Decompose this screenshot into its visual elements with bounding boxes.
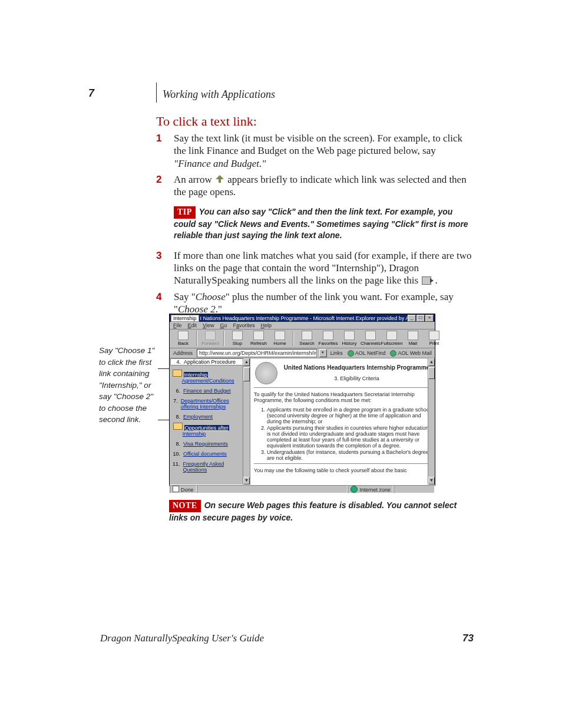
sidebar-header-text: Application Procedure	[184, 359, 236, 365]
toolbar-channels-button[interactable]: Channels	[362, 331, 379, 346]
toolbar-fullscreen-button[interactable]: Fullscreen	[383, 331, 401, 346]
sidebar-item-number: 6.	[172, 388, 180, 394]
scroll-down-button[interactable]: ▼	[243, 477, 250, 485]
list-item: Applicants pursuing their studies in cou…	[267, 425, 431, 449]
sidebar-item[interactable]: 8. Visa Requirements	[172, 439, 247, 449]
sidebar-link[interactable]: Internship	[183, 431, 206, 437]
title-bar: Internship I Nations Headquarters Intern…	[170, 314, 435, 322]
toolbar-home-button[interactable]: Home	[271, 331, 289, 346]
toolbar-label: History	[342, 341, 357, 346]
toolbar-print-button[interactable]: Print	[425, 331, 443, 346]
sidebar-item-number: 4.	[173, 359, 181, 365]
folder-icon	[173, 423, 183, 430]
un-seal-icon	[255, 362, 277, 384]
sidebar-link[interactable]: Agreement/Conditions	[182, 378, 234, 384]
step-2: 2 An arrow appears briefly to indicate w…	[156, 173, 474, 199]
minimize-button[interactable]: _	[408, 315, 416, 322]
main-scrollbar[interactable]: ▲ ▼	[428, 358, 435, 485]
scroll-down-button[interactable]: ▼	[428, 477, 435, 485]
toolbar-label: Forward	[201, 341, 219, 346]
scroll-thumb[interactable]	[243, 367, 250, 381]
toolbar-history-button[interactable]: History	[340, 331, 358, 346]
step-text: Say "Choose" plus the number of the link…	[174, 291, 474, 316]
toolbar-label: Mail	[409, 341, 418, 346]
toolbar-search-button[interactable]: Search	[298, 331, 316, 346]
scroll-up-button[interactable]: ▲	[428, 358, 435, 366]
sidebar-item[interactable]: 7. Departments/Offices offering Internsh…	[172, 396, 247, 412]
menu-file[interactable]: File	[173, 322, 182, 328]
sidebar-item[interactable]: 10. Official documents	[172, 449, 247, 459]
status-zone: Internet zone	[348, 485, 394, 493]
toolbar-stop-button[interactable]: Stop	[229, 331, 246, 346]
close-button[interactable]: ×	[425, 315, 434, 322]
sidebar-scrollbar[interactable]: ▲ ▼	[243, 358, 250, 485]
arrow-up-icon	[216, 175, 224, 183]
horizontal-rule	[254, 387, 431, 388]
chapter-title: Working with Applications	[163, 88, 275, 101]
sidebar-item[interactable]: 11. Frequently Asked Questions	[172, 459, 247, 475]
toolbar-favorites-button[interactable]: Favorites	[319, 331, 337, 346]
toolbar-forward-button: Forward	[201, 331, 219, 346]
refresh-icon	[253, 331, 264, 340]
quick-link-label: AOL Web Mail	[398, 350, 432, 356]
toolbar-refresh-button[interactable]: Refresh	[250, 331, 267, 346]
sidebar-link[interactable]: Employment	[183, 414, 213, 420]
address-dropdown-button[interactable]: ▾	[319, 349, 327, 357]
sidebar-item[interactable]: Opportunities after Internship	[172, 422, 247, 439]
footer-page-number: 73	[462, 633, 474, 644]
status-bar: Done Internet zone	[170, 485, 435, 493]
menu-favorites[interactable]: Favorites	[233, 322, 254, 328]
toolbar-separator	[293, 331, 294, 346]
margin-annotation: Say "Choose 1" to click the first link c…	[99, 345, 158, 426]
step-number: 4	[156, 291, 174, 303]
sidebar-link[interactable]: Finance and Budget	[183, 388, 231, 394]
header-divider	[156, 83, 157, 103]
window-buttons: _ □ ×	[408, 315, 434, 322]
quick-link[interactable]: AOL Web Mail	[389, 350, 433, 357]
toolbar: Back Forward Stop Refresh Home Search Fa…	[170, 330, 435, 348]
home-icon	[275, 331, 285, 340]
menu-help[interactable]: Help	[260, 322, 272, 328]
main-subheading: 3. Eligibility Criteria	[254, 375, 431, 381]
page: 7 Working with Applications To click a t…	[0, 0, 562, 728]
toolbar-label: Channels	[361, 341, 381, 346]
browser-content: 4. Application Procedure Internship Agre…	[170, 358, 435, 485]
maximize-button[interactable]: □	[416, 315, 425, 322]
browser-window: Internship I Nations Headquarters Intern…	[169, 314, 435, 486]
address-input[interactable]: http://www.un.org/Depts/OHRM/examin/inte…	[197, 349, 317, 357]
eligibility-list: Applicants must be enrolled in a degree …	[267, 407, 431, 461]
step-4-em1: Choose	[196, 291, 226, 302]
sidebar-link[interactable]: Departments/Offices offering Internships	[181, 398, 247, 410]
back-icon	[178, 331, 189, 340]
step-number: 2	[156, 173, 174, 186]
sidebar-link[interactable]: Frequently Asked Questions	[183, 461, 247, 473]
address-label: Address	[171, 350, 194, 356]
note-callout: NOTEOn secure Web pages this feature is …	[169, 500, 475, 523]
step-text: An arrow appears briefly to indicate whi…	[174, 173, 474, 199]
toolbar-back-button[interactable]: Back	[174, 331, 192, 346]
address-url-text: http://www.un.org/Depts/OHRM/examin/inte…	[199, 350, 317, 357]
list-item: Undergraduates (for instance, students p…	[267, 449, 431, 461]
link-number-icon	[422, 276, 431, 285]
main-tail: You may use the following table to check…	[254, 467, 431, 473]
scroll-up-button[interactable]: ▲	[243, 358, 250, 366]
tip-callout: TIPYou can also say "Click" and then the…	[174, 206, 474, 241]
sidebar-link[interactable]: Visa Requirements	[183, 441, 228, 447]
sidebar-link[interactable]: Official documents	[183, 451, 227, 457]
status-done-label: Done	[181, 487, 194, 493]
menu-go[interactable]: Go	[220, 322, 227, 328]
sidebar-item[interactable]: 6. Finance and Budget	[172, 386, 247, 396]
links-label: Links	[329, 350, 344, 356]
sidebar-item-number: 11.	[172, 461, 180, 467]
step-1-text-pre: Say the text link (it must be visible on…	[174, 133, 462, 156]
globe-icon	[348, 350, 354, 357]
quick-link[interactable]: AOL NetFind	[346, 350, 387, 357]
sidebar-item[interactable]: 8. Employment	[172, 412, 247, 422]
tip-badge: TIP	[174, 206, 196, 219]
scroll-thumb[interactable]	[428, 367, 435, 379]
address-bar: Address http://www.un.org/Depts/OHRM/exa…	[170, 348, 435, 358]
sidebar-item[interactable]: Internship Agreement/Conditions	[172, 367, 247, 386]
menu-view[interactable]: View	[203, 322, 214, 328]
toolbar-mail-button[interactable]: Mail	[404, 331, 422, 346]
menu-edit[interactable]: Edit	[188, 322, 197, 328]
